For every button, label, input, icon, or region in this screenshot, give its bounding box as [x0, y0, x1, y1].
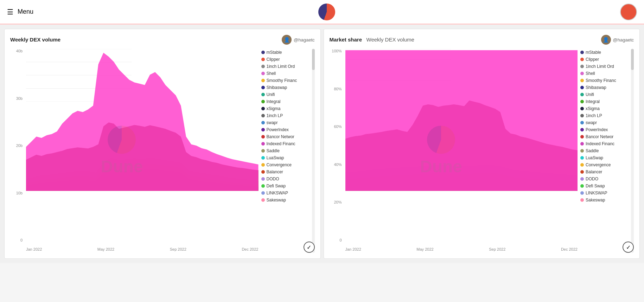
legend-label: Bancor Networ: [586, 134, 613, 139]
legend-dot: [580, 86, 584, 89]
legend-dot: [580, 135, 584, 139]
legend-item: Sakeswap: [261, 197, 315, 204]
right-x-axis: Jan 2022 May 2022 Sep 2022 Dec 2022: [345, 246, 578, 253]
logo-area: [318, 4, 335, 20]
left-chart-panel: Weekly DEX volume 👤 @hagaetc 40b 30b 20b…: [4, 29, 321, 259]
legend-label: Convergence: [586, 162, 611, 167]
legend-dot: [261, 149, 265, 153]
legend-item: Defi Swap: [261, 182, 315, 189]
legend-dot: [261, 72, 265, 75]
legend-label: Defi Swap: [267, 184, 286, 188]
legend-label: DODO: [267, 176, 279, 181]
left-checkmark-button[interactable]: ✓: [304, 242, 315, 253]
legend-label: Defi Swap: [586, 184, 605, 188]
right-scrollbar[interactable]: [631, 49, 634, 253]
right-chart-body: 100% 80% 60% 40% 20% 0: [330, 49, 634, 253]
legend-dot: [261, 51, 265, 54]
legend-item: PowerIndex: [580, 126, 634, 133]
legend-item: PowerIndex: [261, 126, 315, 133]
legend-item: Defi Swap: [580, 182, 634, 189]
legend-label: Smoothy Financ: [267, 78, 297, 83]
left-area-chart: [26, 49, 259, 191]
left-chart-area: 40b 30b 20b 10b 0: [10, 49, 259, 253]
legend-item: 1inch Limit Ord: [580, 63, 634, 70]
legend-item: Smoothy Financ: [261, 77, 315, 84]
legend-item: swapr: [580, 119, 634, 126]
author-avatar-right: 👤: [601, 35, 611, 45]
legend-dot: [580, 170, 584, 174]
legend-dot: [580, 163, 584, 167]
legend-dot: [580, 156, 584, 160]
legend-item: DODO: [261, 175, 315, 182]
legend-dot: [261, 177, 265, 181]
legend-label: Clipper: [267, 57, 280, 62]
legend-label: Sakeswap: [267, 198, 286, 203]
right-area-chart: [345, 49, 578, 191]
legend-item: Integral: [261, 98, 315, 105]
legend-item: Convergence: [261, 161, 315, 168]
right-scrollbar-thumb[interactable]: [631, 49, 634, 70]
legend-dot: [261, 65, 265, 68]
menu-label: Menu: [18, 8, 33, 15]
menu-button[interactable]: ☰ Menu: [7, 8, 33, 16]
legend-label: Shell: [267, 71, 276, 76]
right-chart-area: 100% 80% 60% 40% 20% 0: [330, 49, 578, 253]
left-legend: mStableClipper1inch Limit OrdShellSmooth…: [259, 49, 315, 253]
legend-dot: [261, 128, 265, 131]
legend-item: Shibaswap: [261, 84, 315, 91]
legend-label: DODO: [586, 176, 598, 181]
legend-item: 1inch LP: [261, 112, 315, 119]
legend-item: mStable: [261, 49, 315, 56]
legend-item: DODO: [580, 175, 634, 182]
legend-dot: [580, 51, 584, 54]
left-y-axis: 40b 30b 20b 10b 0: [10, 49, 24, 242]
legend-dot: [580, 65, 584, 68]
right-checkmark-button[interactable]: ✓: [623, 242, 634, 253]
left-scrollbar-thumb[interactable]: [312, 49, 315, 70]
legend-item: Indexed Financ: [261, 140, 315, 147]
legend-label: Bancor Networ: [267, 134, 294, 139]
legend-item: Indexed Financ: [580, 140, 634, 147]
legend-item: Smoothy Financ: [580, 77, 634, 84]
legend-label: Saddle: [267, 148, 280, 153]
legend-item: Shell: [261, 70, 315, 77]
legend-label: swapr: [586, 120, 597, 125]
legend-label: 1inch Limit Ord: [586, 64, 614, 69]
left-scrollbar[interactable]: [312, 49, 315, 253]
legend-dot: [261, 156, 265, 160]
legend-dot: [580, 177, 584, 181]
legend-item: Clipper: [261, 56, 315, 63]
hamburger-icon: ☰: [7, 8, 13, 16]
legend-item: Balancer: [261, 168, 315, 175]
legend-dot: [580, 142, 584, 146]
legend-label: swapr: [267, 120, 278, 125]
legend-dot: [261, 58, 265, 61]
legend-dot: [261, 184, 265, 188]
legend-item: Shibaswap: [580, 84, 634, 91]
legend-item: Unifi: [580, 91, 634, 98]
legend-label: Balancer: [586, 169, 602, 174]
legend-dot: [261, 86, 265, 89]
legend-item: mStable: [580, 49, 634, 56]
legend-label: Clipper: [586, 57, 599, 62]
left-chart-body: 40b 30b 20b 10b 0: [10, 49, 315, 253]
legend-dot: [580, 100, 584, 103]
legend-label: Shibaswap: [267, 85, 287, 90]
legend-label: Balancer: [267, 169, 283, 174]
svg-marker-9: [26, 53, 259, 191]
legend-label: 1inch LP: [586, 113, 602, 118]
legend-label: xSigma: [586, 106, 600, 111]
legend-item: Balancer: [580, 168, 634, 175]
legend-label: Shell: [586, 71, 595, 76]
legend-label: Unifi: [586, 92, 594, 97]
user-avatar[interactable]: [620, 4, 637, 20]
legend-dot: [580, 72, 584, 75]
right-chart-author: 👤 @hagaetc: [601, 35, 634, 45]
legend-label: xSigma: [267, 106, 281, 111]
legend-label: PowerIndex: [586, 127, 608, 132]
legend-item: Sakeswap: [580, 197, 634, 204]
legend-dot: [261, 135, 265, 139]
right-legend: mStableClipper1inch Limit OrdShellSmooth…: [578, 49, 634, 253]
legend-label: LINKSWAP: [267, 191, 288, 195]
right-chart-header: Market share Weekly DEX volume 👤 @hagaet…: [330, 35, 634, 45]
